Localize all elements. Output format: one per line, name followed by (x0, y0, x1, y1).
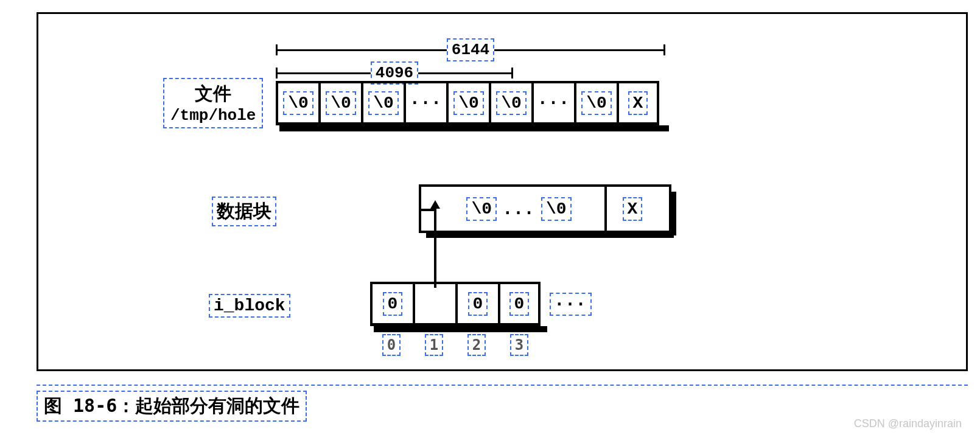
pointer-arrow-vertical (434, 209, 436, 288)
file-cell: \0 (276, 81, 318, 122)
iblock-row: 0 0 0 (370, 282, 541, 326)
file-label-line1: 文件 (195, 82, 231, 106)
file-cell: \0 (361, 81, 404, 122)
datablock-box: \0 ... \0 X (419, 184, 671, 233)
file-cells-row: \0 \0 \0 ··· \0 \0 ··· \0 X (276, 81, 659, 125)
datablock-cell: \0 (466, 197, 497, 221)
watermark: CSDN @raindayinrain (854, 417, 962, 430)
iblock-index: 0 (382, 334, 401, 356)
caption-area: 图 18-6：起始部分有洞的文件 (37, 385, 968, 422)
iblock-cell: 0 (455, 282, 498, 323)
file-label-line2: /tmp/hole (170, 106, 256, 125)
iblock-index: 2 (467, 334, 486, 356)
datablock-label: 数据块 (212, 197, 276, 226)
figure-caption: 图 18-6：起始部分有洞的文件 (37, 391, 307, 422)
dimension-total: 6144 (276, 38, 665, 61)
file-cell: \0 (574, 81, 617, 122)
pointer-arrow-stub (419, 209, 436, 211)
file-cell: \0 (489, 81, 531, 122)
file-cell: \0 (446, 81, 489, 122)
datablock-cell: \0 (541, 197, 572, 221)
iblock-index: 3 (510, 334, 528, 356)
iblock-cell: 0 (498, 282, 541, 323)
iblock-ellipsis: ··· (550, 293, 592, 316)
file-label: 文件 /tmp/hole (163, 78, 263, 128)
dimension-total-value: 6144 (447, 38, 494, 61)
iblock-label: i_block (209, 294, 290, 318)
iblock-index: 1 (425, 334, 443, 356)
datablock-ellipsis: ... (503, 200, 535, 218)
file-cell: ··· (404, 81, 446, 122)
iblock-cell: 0 (370, 282, 413, 323)
pointer-arrowhead (430, 200, 440, 209)
diagram-frame: 6144 4096 文件 /tmp/hole \0 \0 \0 ··· \0 \… (37, 12, 968, 371)
file-cell: X (617, 81, 659, 122)
file-row-shadow (279, 125, 669, 131)
iblock-indices: 0 1 2 3 (370, 334, 541, 356)
iblock-row-shadow (374, 326, 547, 332)
file-cell: ··· (531, 81, 574, 122)
iblock-cell (413, 282, 455, 323)
datablock-cell: X (623, 197, 643, 221)
file-cell: \0 (318, 81, 361, 122)
